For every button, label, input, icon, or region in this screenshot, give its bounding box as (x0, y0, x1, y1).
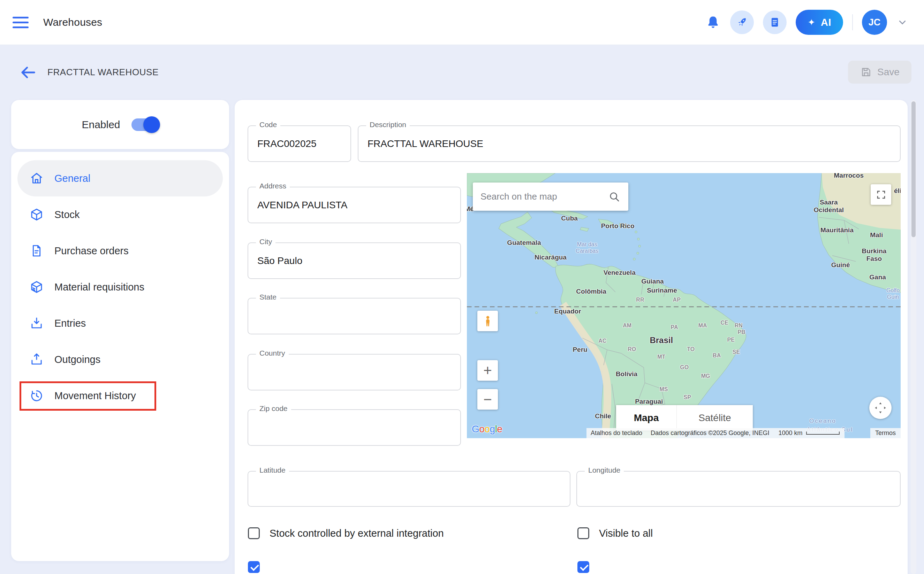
map-search-input[interactable] (481, 191, 604, 202)
map-attribution: Atalhos do teclado Dados cartográficos ©… (587, 428, 845, 438)
state-field[interactable]: State (248, 298, 461, 334)
map-data-text: Dados cartográficos ©2025 Google, INEGI (646, 429, 774, 437)
visible-to-all-label: Visible to all (599, 528, 653, 539)
fullscreen-button[interactable] (871, 184, 891, 205)
address-input[interactable] (248, 188, 460, 222)
back-arrow-icon[interactable] (19, 63, 37, 82)
city-input[interactable] (248, 243, 460, 278)
warehouse-form-card: Code Description Address City State Coun… (235, 100, 908, 574)
scrollbar-thumb[interactable] (911, 101, 916, 237)
pan-control[interactable] (869, 397, 892, 419)
search-icon[interactable] (608, 191, 621, 203)
latitude-input[interactable] (248, 472, 570, 506)
code-field[interactable]: Code (248, 125, 351, 162)
tasks-document-icon[interactable] (763, 11, 786, 34)
notifications-bell-icon[interactable] (705, 14, 721, 30)
state-input[interactable] (248, 298, 460, 334)
history-icon (29, 388, 44, 403)
description-input[interactable] (358, 126, 900, 161)
sidebar-item-label: Movement History (54, 390, 136, 402)
cut-checkbox-left[interactable] (248, 561, 260, 573)
sidebar-item-label: Purchase orders (54, 245, 129, 257)
record-title: FRACTTAL WAREHOUSE (47, 67, 159, 78)
map-type-map-button[interactable]: Mapa (616, 405, 677, 430)
sidebar-item-material-requisitions[interactable]: Material requisitions (17, 269, 223, 305)
zoom-out-button[interactable]: − (477, 389, 498, 410)
map-scale: 1000 km (774, 429, 845, 437)
enabled-card: Enabled (11, 100, 229, 149)
enabled-label: Enabled (82, 119, 120, 131)
sidebar-item-stock[interactable]: Stock (17, 196, 223, 233)
code-input[interactable] (248, 126, 350, 161)
sidebar-item-general[interactable]: General (17, 160, 223, 196)
sparkle-icon: ✦ (807, 18, 815, 27)
description-field-label: Description (366, 120, 410, 129)
sidebar-item-purchase-orders[interactable]: Purchase orders (17, 233, 223, 269)
box-icon (29, 207, 44, 222)
record-header: FRACTTAL WAREHOUSE Save (0, 44, 924, 99)
pegman-button[interactable] (477, 311, 498, 331)
cut-checkbox-row-left (248, 560, 260, 574)
sidebar-item-entries[interactable]: Entries (17, 305, 223, 341)
toggle-knob (143, 116, 160, 133)
description-field[interactable]: Description (358, 125, 901, 162)
map-scale-label: 1000 km (778, 429, 803, 437)
code-field-label: Code (256, 120, 280, 129)
ai-button-label: AI (821, 17, 831, 28)
longitude-input[interactable] (577, 472, 900, 506)
sidebar-item-label: General (54, 173, 90, 184)
zip-code-field[interactable]: Zip code (248, 409, 461, 446)
longitude-field-label: Longitude (585, 466, 624, 475)
state-field-label: State (256, 293, 280, 301)
ai-button[interactable]: ✦ AI (796, 10, 843, 35)
map-type-control: Mapa Satélite (616, 405, 753, 430)
menu-icon[interactable] (13, 17, 28, 28)
map-search-box[interactable] (473, 183, 628, 211)
enabled-toggle[interactable] (131, 118, 159, 131)
cut-checkbox-right[interactable] (578, 561, 589, 573)
address-field[interactable]: Address (248, 187, 461, 223)
keyboard-shortcuts-link[interactable]: Atalhos do teclado (587, 429, 646, 437)
vertical-scrollbar[interactable] (911, 100, 916, 574)
page-title: Warehouses (43, 16, 102, 28)
rocket-icon[interactable] (730, 11, 754, 34)
sidebar-item-label: Stock (54, 209, 80, 221)
outgoings-icon (29, 352, 44, 367)
visible-to-all-row: Visible to all (578, 526, 653, 540)
stock-integration-label: Stock controlled by external integration (269, 528, 444, 539)
home-icon (29, 171, 44, 186)
topbar-divider (852, 14, 853, 30)
user-avatar[interactable]: JC (862, 10, 887, 35)
country-field[interactable]: Country (248, 354, 461, 390)
country-input[interactable] (248, 355, 460, 390)
sidebar-item-outgoings[interactable]: Outgoings (17, 341, 223, 378)
map-type-satellite-button[interactable]: Satélite (677, 405, 753, 430)
topbar-actions: ✦ AI JC (705, 10, 909, 35)
material-requisition-icon (29, 280, 44, 294)
entries-icon (29, 316, 44, 331)
address-field-label: Address (256, 182, 290, 190)
sidebar-item-movement-history[interactable]: Movement History (17, 378, 223, 414)
stock-integration-checkbox[interactable] (248, 527, 260, 539)
topbar: Warehouses ✦ AI JC (0, 0, 924, 44)
country-field-label: Country (256, 349, 289, 357)
zip-code-field-label: Zip code (256, 404, 291, 413)
visible-to-all-checkbox[interactable] (578, 527, 589, 539)
google-logo: Google (472, 424, 502, 435)
terms-link[interactable]: Termos (870, 428, 901, 438)
latitude-field[interactable]: Latitude (248, 471, 570, 507)
longitude-field[interactable]: Longitude (576, 471, 901, 507)
app-root: Warehouses ✦ AI JC FRACT (0, 0, 924, 574)
map-canvas (467, 173, 901, 438)
sidebar-item-label: Material requisitions (54, 281, 144, 293)
city-field[interactable]: City (248, 243, 461, 279)
purchase-order-icon (29, 243, 44, 258)
sidebar-item-label: Outgoings (54, 354, 100, 365)
save-button-label: Save (877, 66, 900, 78)
stock-integration-row: Stock controlled by external integration (248, 526, 444, 540)
zoom-in-button[interactable]: + (477, 360, 498, 381)
zip-code-input[interactable] (248, 410, 460, 445)
save-button[interactable]: Save (848, 61, 911, 84)
map[interactable]: MéCubaPorto RicoGuatemalaMar das Caraíba… (467, 173, 901, 438)
chevron-down-icon[interactable] (896, 16, 909, 28)
